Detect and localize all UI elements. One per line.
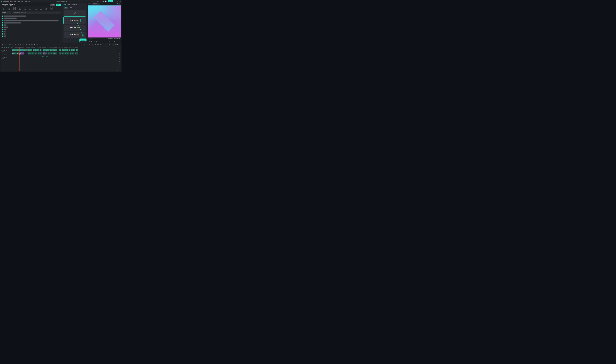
cat-title[interactable]: 標題: [24, 7, 27, 11]
template-none[interactable]: [64, 10, 86, 16]
cloud-icon[interactable]: [97, 0, 99, 2]
headset-icon[interactable]: [100, 0, 101, 2]
apply-all-button[interactable]: 全部應用: [80, 39, 86, 41]
mode-select[interactable]: 選擇模式: [2, 11, 11, 14]
mark-out-icon[interactable]: }: [111, 40, 113, 42]
script-item[interactable]: [2, 33, 61, 35]
color-icon[interactable]: [34, 44, 35, 46]
cat-stock[interactable]: 素材庫: [13, 7, 16, 11]
mute-icon[interactable]: [8, 50, 9, 51]
export-clip-icon[interactable]: [97, 44, 99, 46]
seek-bar[interactable]: [88, 39, 108, 39]
timeline-track-video[interactable]: 新功… 新… 新…: [11, 52, 116, 55]
preview-canvas[interactable]: 按一 吗: [88, 5, 121, 37]
script-item[interactable]: [2, 35, 61, 37]
tab-video[interactable]: 影片: [68, 4, 70, 6]
speed-icon[interactable]: [31, 44, 33, 46]
cat-script[interactable]: 腳本: [2, 7, 6, 11]
record-icon[interactable]: [28, 44, 30, 46]
tool-cursor-icon[interactable]: [4, 44, 6, 46]
lock-icon[interactable]: [4, 50, 5, 51]
volume-icon[interactable]: [116, 40, 118, 42]
cat-template[interactable]: 模板: [50, 7, 53, 11]
zoom-in-icon[interactable]: [113, 44, 114, 46]
compare-icon[interactable]: [117, 3, 118, 5]
template-card-2[interactable]: Your Text Here: [64, 25, 86, 31]
save-button[interactable]: 保存: [56, 3, 61, 6]
tool-grid-icon[interactable]: [1, 44, 3, 46]
timeline-track-text[interactable]: 本次… 惊… 没… 惊… 支持… 对…: [11, 49, 116, 52]
cut-icon[interactable]: [17, 44, 19, 46]
camera-icon[interactable]: [114, 40, 115, 42]
track-mode-2-icon[interactable]: [4, 47, 5, 49]
undo-icon[interactable]: [9, 44, 11, 46]
search-input[interactable]: 搜尋檔案名稱、螢幕元素、行: [12, 11, 61, 14]
track-mode-3-icon[interactable]: [6, 47, 7, 49]
mark-in-icon[interactable]: {: [109, 40, 110, 42]
crop-icon[interactable]: [20, 44, 22, 46]
indicator-select[interactable]: 指示器: [115, 44, 119, 45]
subtab-basic[interactable]: 基礎: [69, 7, 73, 9]
mic-icon[interactable]: [92, 44, 93, 46]
zoom-slider[interactable]: [107, 45, 112, 45]
mixer-icon[interactable]: [94, 44, 96, 46]
cat-media[interactable]: 媒體: [8, 7, 11, 11]
script-item[interactable]: [2, 24, 61, 26]
cat-audio[interactable]: 音訊: [18, 7, 22, 11]
send-icon[interactable]: [92, 0, 94, 2]
script-item[interactable]: [2, 31, 61, 33]
script-item[interactable]: [2, 28, 61, 31]
script-item[interactable]: [2, 22, 61, 24]
timeline-ruler[interactable]: 00:00 00:00:05:00 00:00:10:00 00:00:15:0…: [11, 47, 116, 49]
play-icon[interactable]: [91, 40, 92, 42]
aspect-icon[interactable]: [100, 44, 102, 46]
menu-edit[interactable]: 編輯: [18, 0, 20, 2]
track-mode-1-icon[interactable]: [1, 47, 3, 49]
cat-filter[interactable]: 濾鏡: [39, 7, 43, 11]
marker-icon[interactable]: [89, 44, 91, 46]
window-maximize[interactable]: [117, 0, 118, 2]
cat-sticker[interactable]: 貼圖: [45, 7, 48, 11]
menu-help[interactable]: 幫助: [28, 0, 31, 2]
script-item[interactable]: [2, 26, 61, 28]
template-card-3[interactable]: Your Text Here: [64, 32, 86, 38]
fullscreen-icon[interactable]: [119, 40, 120, 42]
snapshot-icon[interactable]: [119, 3, 120, 5]
menu-view[interactable]: 視圖: [25, 0, 27, 2]
script-item[interactable]: [2, 17, 61, 20]
avatar[interactable]: [105, 0, 106, 2]
checkbox-icon[interactable]: [2, 16, 3, 17]
script-item[interactable]: [2, 19, 61, 22]
enhance-icon[interactable]: [86, 44, 88, 46]
quality-select[interactable]: 最高品質: [92, 3, 101, 5]
zoom-out-icon[interactable]: [104, 44, 106, 46]
save-icon[interactable]: [95, 0, 96, 2]
subtab-template[interactable]: 模板: [64, 7, 68, 9]
prev-frame-icon[interactable]: [88, 40, 90, 42]
more-icon[interactable]: [37, 44, 38, 46]
ai-icon[interactable]: [84, 44, 85, 46]
text-icon[interactable]: [26, 44, 27, 46]
eye-icon[interactable]: [6, 50, 7, 51]
template-card-1[interactable]: Your Text Here: [64, 17, 86, 24]
menu-file[interactable]: 檔案: [14, 0, 16, 2]
timeline-track-audio-1[interactable]: [11, 55, 116, 58]
music-icon[interactable]: [23, 44, 25, 46]
cancel-button[interactable]: 取消: [50, 3, 55, 6]
tab-subtitle[interactable]: 字幕: [64, 4, 66, 6]
script-item[interactable]: [2, 15, 61, 17]
delete-icon[interactable]: [15, 44, 16, 46]
tab-tts[interactable]: 文字轉語音: [72, 4, 77, 6]
next-frame-icon[interactable]: [94, 40, 95, 42]
window-close[interactable]: [119, 0, 121, 2]
cut-marker[interactable]: [19, 53, 21, 55]
window-minimize[interactable]: [114, 0, 116, 2]
cat-effect[interactable]: 效果: [34, 7, 38, 11]
timeline-track-audio-2[interactable]: [11, 59, 116, 62]
redo-icon[interactable]: [12, 44, 13, 46]
grid-icon[interactable]: [103, 0, 104, 2]
menu-tools[interactable]: 工具: [21, 0, 24, 2]
export-button[interactable]: 導出: [108, 0, 113, 2]
cat-transition[interactable]: 轉場: [29, 7, 32, 11]
stop-icon[interactable]: [96, 40, 98, 42]
